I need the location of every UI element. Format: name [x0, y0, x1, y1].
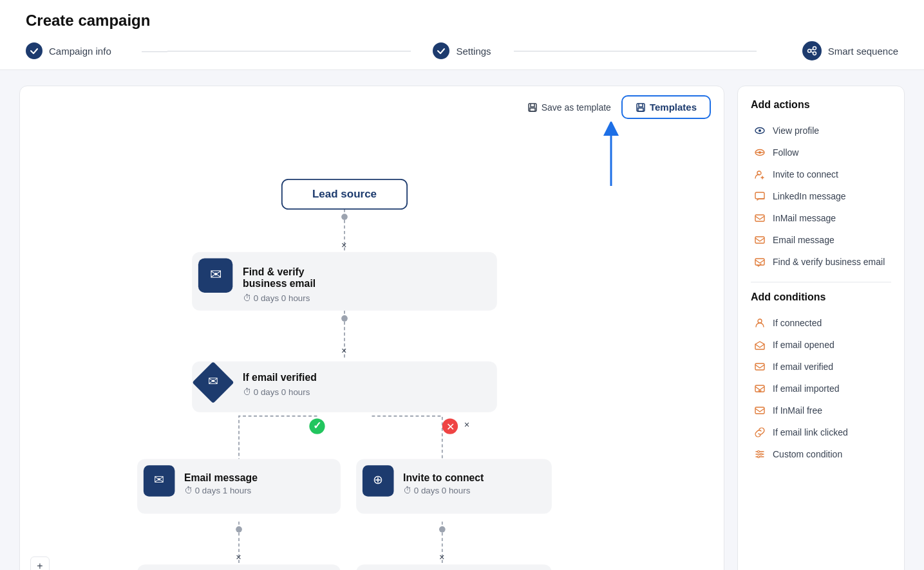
inmail-message-label: InMail message [773, 213, 836, 223]
follow-label: Follow [773, 147, 798, 158]
zoom-in-button[interactable]: + [30, 556, 50, 570]
chat-icon [753, 190, 766, 203]
right-panel: Add actions View profile Follow Invite t… [737, 86, 905, 570]
envelope-open-icon [753, 338, 766, 351]
svg-point-62 [759, 129, 761, 132]
follow-icon [753, 146, 766, 159]
email-message-label: Email message [773, 235, 834, 245]
svg-point-76 [758, 456, 760, 458]
panel-item-linkedin-message[interactable]: LinkedIn message [751, 185, 891, 207]
step-label-smart-sequence: Smart sequence [828, 46, 898, 57]
panel-item-inmail-message[interactable]: InMail message [751, 207, 891, 229]
svg-text:⏱ 0 days 0 hours: ⏱ 0 days 0 hours [403, 486, 471, 495]
panel-item-if-inmail-free[interactable]: If InMail free [751, 400, 891, 421]
svg-text:If email verified: If email verified [243, 372, 317, 383]
svg-point-1 [813, 47, 816, 50]
canvas-wrapper: Save as template Templates × × × [19, 86, 724, 570]
zoom-controls: + − [30, 556, 50, 570]
if-email-opened-label: If email opened [773, 340, 834, 350]
invite-connect-label: Invite to connect [773, 169, 838, 179]
content-area: Save as template Templates × × × [0, 70, 924, 570]
panel-item-if-email-link-clicked[interactable]: If email link clicked [751, 421, 891, 443]
step-label-settings: Settings [456, 46, 491, 57]
link-icon [753, 426, 766, 439]
svg-point-18 [439, 526, 446, 533]
svg-text:✕: ✕ [446, 421, 455, 432]
step-divider-2 [514, 51, 757, 51]
svg-point-74 [758, 451, 760, 453]
panel-divider [751, 282, 891, 282]
svg-point-0 [807, 50, 811, 53]
if-connected-label: If connected [773, 318, 822, 328]
eye-icon [753, 124, 766, 137]
step-label-campaign-info: Campaign info [49, 46, 111, 57]
svg-rect-27 [192, 252, 497, 311]
svg-rect-66 [755, 192, 764, 199]
svg-text:×: × [341, 345, 347, 356]
panel-item-view-profile[interactable]: View profile [751, 120, 891, 142]
svg-rect-53 [356, 565, 552, 570]
find-verify-label: Find & verify business email [773, 257, 885, 267]
svg-text:✉: ✉ [154, 472, 164, 486]
svg-rect-69 [755, 259, 764, 265]
step-check-settings [433, 42, 449, 59]
step-campaign-info[interactable]: Campaign info [26, 42, 167, 68]
step-check-campaign-info [26, 42, 42, 59]
person-icon [753, 317, 766, 329]
panel-item-if-email-verified[interactable]: If email verified [751, 356, 891, 378]
page-wrapper: Create campaign Campaign info Settings [0, 0, 924, 570]
step-settings[interactable]: Settings [411, 42, 514, 68]
envelope-icon [753, 234, 766, 246]
svg-text:⏱ 0 days 0 hours: ⏱ 0 days 0 hours [243, 293, 310, 303]
svg-rect-68 [755, 237, 764, 243]
svg-text:✓: ✓ [313, 420, 321, 431]
panel-item-if-email-opened[interactable]: If email opened [751, 334, 891, 356]
step-smart-sequence[interactable]: Smart sequence [757, 41, 898, 69]
arrow-annotation [598, 122, 624, 199]
svg-text:Find & verify: Find & verify [243, 266, 305, 277]
svg-point-16 [341, 315, 348, 322]
panel-item-follow[interactable]: Follow [751, 142, 891, 163]
svg-text:✉: ✉ [210, 266, 222, 282]
panel-item-email-message[interactable]: Email message [751, 229, 891, 251]
svg-text:×: × [236, 552, 241, 562]
svg-text:Lead source: Lead source [312, 188, 377, 200]
svg-point-2 [813, 52, 816, 55]
step-icon-smart-sequence [802, 41, 822, 60]
svg-rect-48 [137, 565, 341, 570]
stepper: Campaign info Settings [26, 41, 898, 69]
templates-button[interactable]: Templates [621, 95, 711, 119]
panel-item-custom-condition[interactable]: Custom condition [751, 443, 891, 465]
envelope-check-icon [753, 255, 766, 268]
svg-text:⏱ 0 days 1 hours: ⏱ 0 days 1 hours [184, 486, 252, 495]
svg-point-17 [236, 526, 242, 533]
page-title: Create campaign [26, 12, 898, 30]
panel-item-if-email-imported[interactable]: If email imported [751, 378, 891, 400]
if-inmail-free-label: If InMail free [773, 405, 822, 416]
custom-condition-label: Custom condition [773, 449, 842, 459]
sliders-icon [753, 448, 766, 461]
panel-item-invite-connect[interactable]: Invite to connect [751, 163, 891, 185]
svg-point-15 [341, 214, 348, 220]
svg-text:×: × [341, 240, 347, 250]
panel-item-find-verify[interactable]: Find & verify business email [751, 251, 891, 273]
envelope-check2-icon [753, 360, 766, 373]
templates-label: Templates [650, 102, 697, 113]
step-divider-1 [167, 51, 411, 51]
view-profile-label: View profile [773, 125, 819, 136]
envelope-x-icon [753, 212, 766, 225]
svg-text:Email message: Email message [184, 472, 258, 483]
add-conditions-title: Add conditions [751, 291, 891, 303]
svg-text:business email: business email [243, 278, 316, 289]
envelope-star-icon [753, 404, 766, 417]
svg-text:⊕: ⊕ [373, 472, 383, 486]
envelope-arrow-icon [753, 382, 766, 395]
svg-point-75 [760, 454, 762, 455]
svg-rect-71 [755, 363, 764, 370]
save-template-button[interactable]: Save as template [527, 102, 611, 113]
svg-text:×: × [464, 419, 470, 430]
if-email-verified-label: If email verified [773, 362, 833, 372]
svg-text:✉: ✉ [208, 374, 218, 388]
panel-item-if-connected[interactable]: If connected [751, 312, 891, 334]
if-email-imported-label: If email imported [773, 383, 839, 394]
